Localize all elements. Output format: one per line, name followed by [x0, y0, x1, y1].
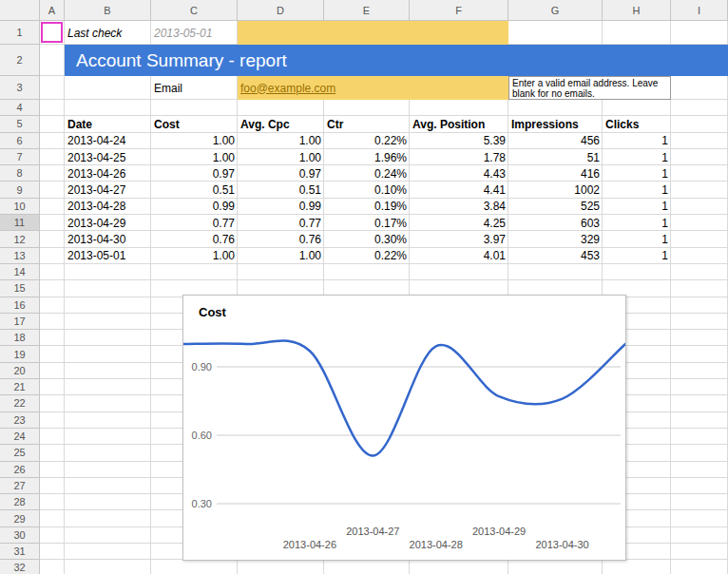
table-cell[interactable]: 1 — [603, 182, 671, 198]
table-cell[interactable]: 0.77 — [238, 215, 324, 231]
cell[interactable] — [40, 116, 65, 132]
cell[interactable] — [151, 264, 238, 280]
row-header-5[interactable]: 5 — [0, 116, 40, 132]
row-header-11[interactable]: 11 — [0, 215, 40, 231]
table-cell[interactable]: 1.00 — [151, 149, 238, 165]
cell[interactable] — [65, 395, 151, 411]
table-cell[interactable]: 1 — [603, 231, 671, 247]
table-cell[interactable]: 2013-04-26 — [65, 165, 151, 182]
table-cell[interactable]: 1.78 — [410, 149, 508, 165]
cell[interactable] — [603, 264, 671, 280]
row-header-29[interactable]: 29 — [0, 510, 40, 526]
table-cell[interactable]: 416 — [508, 165, 603, 182]
table-header-ctr[interactable]: Ctr — [324, 116, 410, 132]
table-cell[interactable]: 1.00 — [151, 133, 238, 149]
cell[interactable] — [671, 330, 728, 346]
table-cell[interactable]: 1 — [603, 165, 671, 182]
row-header-18[interactable]: 18 — [0, 330, 40, 346]
cell[interactable] — [65, 363, 151, 379]
table-cell[interactable]: 1 — [603, 133, 671, 149]
cell[interactable] — [65, 280, 151, 297]
table-cell[interactable]: 4.43 — [410, 165, 508, 182]
cell[interactable] — [65, 314, 151, 330]
table-cell[interactable]: 1 — [603, 215, 671, 231]
table-cell[interactable]: 1.96% — [324, 149, 410, 165]
row-header-28[interactable]: 28 — [0, 494, 40, 510]
cell[interactable] — [65, 445, 151, 461]
cell[interactable] — [40, 149, 65, 165]
cell[interactable] — [40, 280, 65, 297]
cell[interactable] — [671, 462, 728, 478]
cell[interactable] — [40, 527, 65, 544]
cell[interactable] — [508, 264, 603, 280]
row-header-13[interactable]: 13 — [0, 248, 40, 264]
cell[interactable] — [151, 100, 238, 116]
column-header-H[interactable]: H — [603, 0, 671, 21]
cell[interactable] — [65, 494, 151, 510]
cell[interactable] — [671, 314, 728, 330]
cell[interactable] — [671, 133, 728, 149]
cell[interactable] — [65, 560, 151, 574]
table-header-impressions[interactable]: Impressions — [508, 116, 603, 132]
row-header-17[interactable]: 17 — [0, 314, 40, 330]
table-cell[interactable]: 1 — [603, 248, 671, 264]
cell[interactable] — [40, 510, 65, 526]
table-header-avg-cpc[interactable]: Avg. Cpc — [238, 116, 324, 132]
cell[interactable] — [410, 264, 508, 280]
row-header-16[interactable]: 16 — [0, 297, 40, 314]
cell[interactable] — [671, 379, 728, 395]
table-cell[interactable]: 0.99 — [238, 199, 324, 215]
column-header-I[interactable]: I — [671, 0, 728, 21]
table-cell[interactable]: 2013-04-30 — [65, 231, 151, 247]
cell-yellow-input-row1[interactable] — [238, 21, 508, 45]
row-header-12[interactable]: 12 — [0, 231, 40, 247]
table-header-avg-position[interactable]: Avg. Position — [410, 116, 508, 132]
cell[interactable] — [324, 264, 410, 280]
table-cell[interactable]: 329 — [508, 231, 603, 247]
cell[interactable] — [40, 76, 65, 100]
email-link[interactable]: foo@example.com — [240, 82, 335, 95]
cell[interactable] — [671, 100, 728, 116]
table-cell[interactable]: 1.00 — [238, 248, 324, 264]
cell[interactable] — [671, 116, 728, 132]
cell[interactable] — [40, 363, 65, 379]
table-cell[interactable]: 4.41 — [410, 182, 508, 198]
table-cell[interactable]: 0.22% — [324, 133, 410, 149]
column-header-C[interactable]: C — [151, 0, 238, 21]
cell[interactable] — [40, 133, 65, 149]
table-cell[interactable]: 453 — [508, 248, 603, 264]
cell[interactable] — [40, 560, 65, 574]
cell[interactable] — [40, 165, 65, 182]
row-header-1[interactable]: 1 — [0, 21, 40, 45]
cell[interactable] — [40, 264, 65, 280]
table-header-cost[interactable]: Cost — [151, 116, 238, 132]
column-header-A[interactable]: A — [40, 0, 65, 21]
row-header-25[interactable]: 25 — [0, 445, 40, 461]
row-header-15[interactable]: 15 — [0, 280, 40, 297]
cell[interactable] — [671, 544, 728, 560]
cell[interactable] — [671, 248, 728, 264]
table-cell[interactable]: 2013-04-27 — [65, 182, 151, 198]
table-cell[interactable]: 1.00 — [238, 133, 324, 149]
cell[interactable] — [65, 379, 151, 395]
cell[interactable] — [151, 560, 238, 574]
table-cell[interactable]: 2013-04-29 — [65, 215, 151, 231]
table-cell[interactable]: 0.24% — [324, 165, 410, 182]
cell[interactable] — [508, 560, 603, 574]
row-header-4[interactable]: 4 — [0, 100, 40, 116]
cell[interactable] — [40, 330, 65, 346]
cell[interactable] — [40, 248, 65, 264]
cell[interactable] — [671, 395, 728, 411]
table-cell[interactable]: 603 — [508, 215, 603, 231]
cell[interactable] — [324, 100, 410, 116]
cell[interactable] — [65, 510, 151, 526]
cell[interactable] — [40, 182, 65, 198]
cell[interactable] — [40, 231, 65, 247]
cell[interactable] — [40, 215, 65, 231]
cell[interactable] — [671, 215, 728, 231]
cell[interactable] — [603, 560, 671, 574]
cell[interactable] — [65, 330, 151, 346]
row-header-9[interactable]: 9 — [0, 182, 40, 198]
column-header-F[interactable]: F — [410, 0, 508, 21]
cell[interactable] — [238, 100, 324, 116]
